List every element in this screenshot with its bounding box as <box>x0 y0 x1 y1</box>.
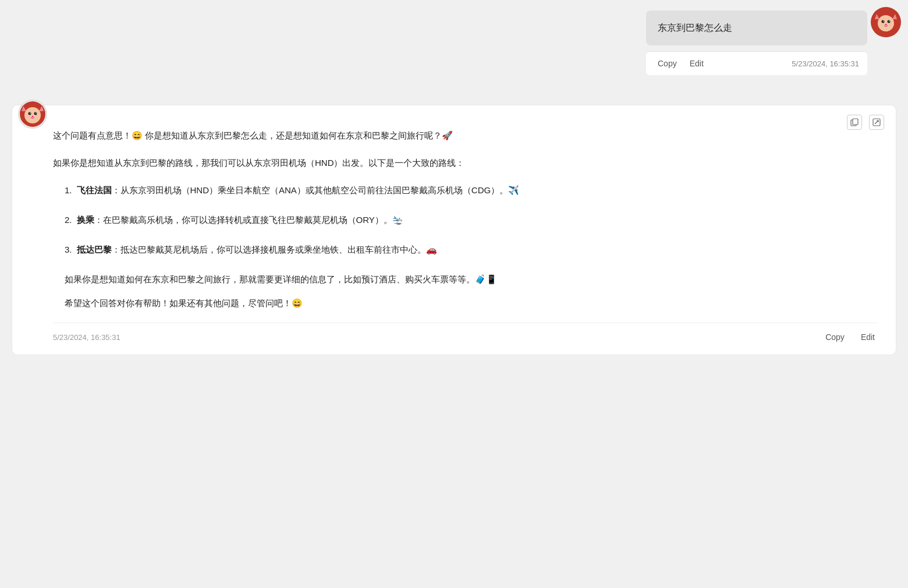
user-timestamp: 5/23/2024, 16:35:31 <box>792 59 859 68</box>
item2-text: ：在巴黎戴高乐机场，你可以选择转机或直接飞往巴黎戴莫尼机场（ORY）。🛬 <box>94 215 403 225</box>
sub-paragraph-2: 希望这个回答对你有帮助！如果还有其他问题，尽管问吧！😄 <box>65 295 878 311</box>
route-intro-paragraph: 如果你是想知道从东京到巴黎的路线，那我们可以从东京羽田机场（HND）出发。以下是… <box>53 155 878 171</box>
svg-point-5 <box>878 15 894 31</box>
assistant-text: 这个问题有点意思！😄 你是想知道从东京到巴黎怎么走，还是想知道如何在东京和巴黎之… <box>53 127 878 311</box>
svg-point-20 <box>34 112 37 115</box>
item1-text: ：从东京羽田机场（HND）乘坐日本航空（ANA）或其他航空公司前往法国巴黎戴高乐… <box>112 185 520 195</box>
numbered-list: 1. 飞往法国：从东京羽田机场（HND）乘坐日本航空（ANA）或其他航空公司前往… <box>65 182 878 257</box>
list-item-1: 1. 飞往法国：从东京羽田机场（HND）乘坐日本航空（ANA）或其他航空公司前往… <box>65 182 878 198</box>
user-message-container: 东京到巴黎怎么走 Copy Edit 5/23/2024, 16:35:31 <box>646 10 867 75</box>
assistant-message-container: 这个问题有点意思！😄 你是想知道从东京到巴黎怎么走，还是想知道如何在东京和巴黎之… <box>12 105 896 355</box>
svg-line-29 <box>875 121 878 124</box>
item3-content: 抵达巴黎：抵达巴黎戴莫尼机场后，你可以选择接机服务或乘坐地铁、出租车前往市中心。… <box>77 242 437 257</box>
svg-point-7 <box>888 20 891 23</box>
list-item-2: 2. 换乘：在巴黎戴高乐机场，你可以选择转机或直接飞往巴黎戴莫尼机场（ORY）。… <box>65 212 878 228</box>
item1-num: 1. <box>65 182 72 198</box>
sub-paragraph-1: 如果你是想知道如何在东京和巴黎之间旅行，那就需要更详细的信息了，比如预订酒店、购… <box>65 271 878 287</box>
user-bubble: 东京到巴黎怎么走 <box>646 10 867 45</box>
svg-point-24 <box>27 116 30 118</box>
svg-point-21 <box>30 113 31 114</box>
item2-num: 2. <box>65 212 72 228</box>
assistant-timestamp: 5/23/2024, 16:35:31 <box>53 333 120 342</box>
assistant-copy-button[interactable]: Copy <box>822 331 848 343</box>
user-avatar <box>871 7 901 37</box>
user-edit-button[interactable]: Edit <box>686 58 707 69</box>
item2-content: 换乘：在巴黎戴高乐机场，你可以选择转机或直接飞往巴黎戴莫尼机场（ORY）。🛬 <box>77 212 403 228</box>
assistant-content: 这个问题有点意思！😄 你是想知道从东京到巴黎怎么走，还是想知道如何在东京和巴黎之… <box>53 123 878 343</box>
assistant-avatar <box>18 100 47 129</box>
svg-point-6 <box>882 20 885 23</box>
assistant-footer: 5/23/2024, 16:35:31 Copy Edit <box>53 323 878 343</box>
icon-buttons <box>847 115 884 130</box>
assistant-bubble: 这个问题有点意思！😄 你是想知道从东京到巴黎怎么走，还是想知道如何在东京和巴黎之… <box>12 105 896 355</box>
item3-text: ：抵达巴黎戴莫尼机场后，你可以选择接机服务或乘坐地铁、出租车前往市中心。🚗 <box>112 245 437 254</box>
item1-label: 飞往法国 <box>77 185 112 195</box>
svg-point-11 <box>881 24 884 26</box>
user-message-meta: Copy Edit 5/23/2024, 16:35:31 <box>646 51 867 75</box>
intro-paragraph: 这个问题有点意思！😄 你是想知道从东京到巴黎怎么走，还是想知道如何在东京和巴黎之… <box>53 127 878 143</box>
item2-label: 换乘 <box>77 215 94 225</box>
svg-point-12 <box>889 24 892 26</box>
user-message-text: 东京到巴黎怎么走 <box>658 23 732 33</box>
assistant-edit-button[interactable]: Edit <box>857 331 878 343</box>
svg-point-25 <box>36 116 38 118</box>
svg-rect-27 <box>853 119 858 125</box>
item1-content: 飞往法国：从东京羽田机场（HND）乘坐日本航空（ANA）或其他航空公司前往法国巴… <box>77 182 520 198</box>
copy-icon-button[interactable] <box>847 115 862 130</box>
assistant-footer-buttons: Copy Edit <box>822 331 878 343</box>
svg-point-19 <box>29 112 31 115</box>
svg-point-18 <box>24 107 41 123</box>
list-item-3: 3. 抵达巴黎：抵达巴黎戴莫尼机场后，你可以选择接机服务或乘坐地铁、出租车前往市… <box>65 242 878 257</box>
share-icon-button[interactable] <box>869 115 884 130</box>
svg-point-9 <box>889 21 890 22</box>
item3-num: 3. <box>65 242 72 257</box>
svg-point-22 <box>36 113 37 114</box>
svg-point-8 <box>883 21 884 22</box>
item3-label: 抵达巴黎 <box>77 245 112 254</box>
svg-point-23 <box>32 116 34 117</box>
user-copy-button[interactable]: Copy <box>654 58 680 69</box>
svg-point-10 <box>885 24 887 25</box>
